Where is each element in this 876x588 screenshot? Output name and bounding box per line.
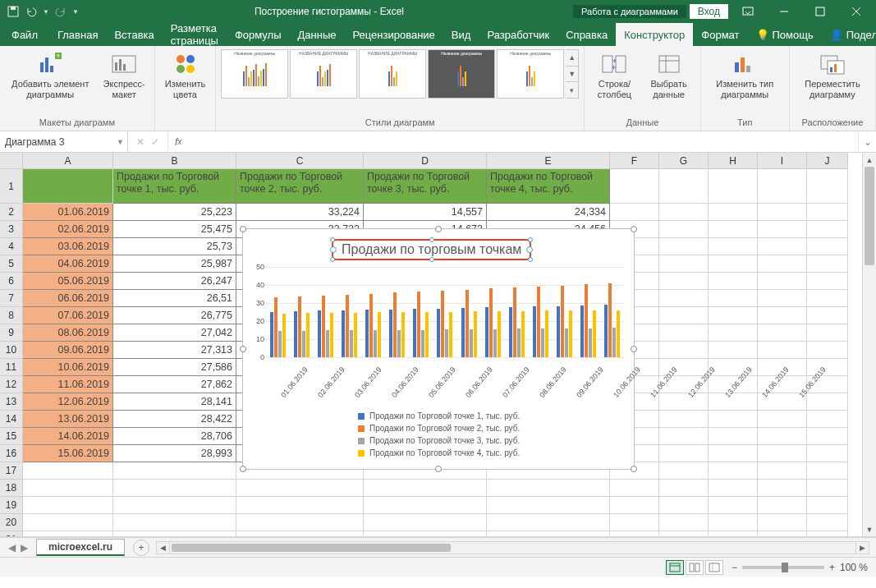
cell[interactable] xyxy=(758,514,807,531)
cell[interactable] xyxy=(807,480,848,497)
row-header[interactable]: 10 xyxy=(0,342,23,359)
cell[interactable] xyxy=(758,307,807,324)
chart-bar[interactable] xyxy=(374,330,377,357)
chart-bar[interactable] xyxy=(557,306,560,357)
add-chart-element-button[interactable]: + Добавить элемент диаграммы xyxy=(5,49,96,101)
cell[interactable] xyxy=(709,221,758,238)
chart-title[interactable]: Продажи по торговым точкам xyxy=(332,239,531,260)
row-header[interactable]: 3 xyxy=(0,221,23,238)
cell[interactable] xyxy=(758,255,807,273)
cancel-formula-icon[interactable]: ✕ xyxy=(136,136,144,148)
cell[interactable] xyxy=(23,480,113,497)
row-header[interactable]: 6 xyxy=(0,273,23,290)
cell[interactable] xyxy=(758,411,807,428)
row-header[interactable]: 7 xyxy=(0,290,23,307)
row-header[interactable]: 9 xyxy=(0,324,23,342)
column-header[interactable]: F xyxy=(610,153,659,169)
chart-bar[interactable] xyxy=(541,328,544,357)
chart-bar[interactable] xyxy=(369,294,373,357)
chart-bar[interactable] xyxy=(513,287,516,357)
chart-resize-handle[interactable] xyxy=(435,466,442,472)
expand-formula-bar-icon[interactable]: ⌄ xyxy=(858,131,876,152)
cell[interactable] xyxy=(758,238,807,255)
chart-bar[interactable] xyxy=(294,311,297,357)
cell[interactable] xyxy=(758,204,807,221)
tab-chart-format[interactable]: Формат xyxy=(693,23,747,46)
chart-bar[interactable] xyxy=(493,329,497,357)
chart-bar[interactable] xyxy=(282,314,286,357)
chart-resize-handle[interactable] xyxy=(435,226,442,232)
cell[interactable]: 25,73 xyxy=(113,238,236,255)
cell[interactable] xyxy=(659,428,709,445)
cell[interactable] xyxy=(758,531,807,537)
cell[interactable] xyxy=(659,169,709,204)
cell[interactable] xyxy=(610,169,659,204)
cell[interactable] xyxy=(807,428,848,445)
sheet-nav-prev-icon[interactable]: ◀ xyxy=(8,542,16,554)
cell[interactable] xyxy=(709,324,758,342)
cell[interactable] xyxy=(610,204,659,221)
chart-bar[interactable] xyxy=(326,330,329,357)
column-header[interactable]: I xyxy=(758,153,807,169)
chart-bar[interactable] xyxy=(537,287,540,357)
cell[interactable] xyxy=(807,342,848,359)
row-header[interactable]: 14 xyxy=(0,411,23,428)
chart-bar[interactable] xyxy=(378,312,381,357)
cell[interactable]: 28,141 xyxy=(113,393,236,411)
chart-bar[interactable] xyxy=(413,309,416,357)
chart-styles-gallery[interactable]: Название диаграммы НАЗВАНИЕ ДИАГРАММЫ НА… xyxy=(221,49,579,99)
chart-bar[interactable] xyxy=(354,313,357,357)
cell[interactable] xyxy=(709,428,758,445)
maximize-icon[interactable] xyxy=(804,0,837,23)
horizontal-scrollbar[interactable]: ◀ ▶ xyxy=(156,541,869,554)
column-header[interactable]: D xyxy=(364,153,487,169)
cell[interactable]: 13.06.2019 xyxy=(23,411,113,428)
cell[interactable]: 01.06.2019 xyxy=(23,204,113,221)
row-header[interactable]: 19 xyxy=(0,497,23,514)
login-button[interactable]: Вход xyxy=(690,4,728,19)
cell[interactable] xyxy=(807,238,848,255)
cell[interactable]: 09.06.2019 xyxy=(23,342,113,359)
chart-resize-handle[interactable] xyxy=(240,226,246,232)
tab-data[interactable]: Данные xyxy=(290,23,345,46)
cell[interactable]: 15.06.2019 xyxy=(23,445,113,462)
minimize-icon[interactable] xyxy=(768,0,800,23)
cell[interactable]: 11.06.2019 xyxy=(23,376,113,393)
chart-bar[interactable] xyxy=(417,292,420,357)
name-box[interactable]: Диаграмма 3▼ xyxy=(0,131,128,152)
cell[interactable] xyxy=(709,445,758,462)
chart-resize-handle[interactable] xyxy=(631,346,637,352)
chart-bar[interactable] xyxy=(489,288,493,357)
zoom-out-button[interactable]: − xyxy=(732,562,737,573)
cell[interactable] xyxy=(758,342,807,359)
cell[interactable] xyxy=(758,324,807,342)
chart-bar[interactable] xyxy=(604,305,608,357)
chart-bar[interactable] xyxy=(545,310,548,357)
cell[interactable] xyxy=(659,204,709,221)
cell[interactable]: Продажи по Торговой точке 4, тыс. руб. xyxy=(487,169,610,204)
chart-bar[interactable] xyxy=(449,312,452,357)
cell[interactable]: 14,557 xyxy=(364,204,487,221)
cell[interactable] xyxy=(659,445,709,462)
column-header[interactable]: G xyxy=(659,153,709,169)
select-data-button[interactable]: Выбрать данные xyxy=(643,49,695,101)
row-header[interactable]: 18 xyxy=(0,480,23,497)
cell[interactable] xyxy=(659,531,709,537)
tab-home[interactable]: Главная xyxy=(49,23,106,46)
chart-bar[interactable] xyxy=(565,328,568,357)
move-chart-button[interactable]: Переместить диаграмму xyxy=(795,49,870,101)
scroll-right-icon[interactable]: ▶ xyxy=(855,542,869,554)
chart-bar[interactable] xyxy=(318,310,321,357)
share-button[interactable]: 👤Поделиться xyxy=(822,23,876,46)
cell[interactable]: 27,313 xyxy=(113,342,236,359)
cell[interactable]: 33,224 xyxy=(236,204,364,221)
cell[interactable]: 25,475 xyxy=(113,221,236,238)
column-header[interactable]: A xyxy=(23,153,113,169)
chart-bar[interactable] xyxy=(278,331,282,357)
cell[interactable]: Продажи по Торговой точке 1, тыс. руб. xyxy=(113,169,236,204)
scrollbar-thumb[interactable] xyxy=(172,544,451,552)
cell[interactable] xyxy=(807,169,848,204)
chart-style-1[interactable]: Название диаграммы xyxy=(221,49,288,99)
chart-bar[interactable] xyxy=(608,283,612,357)
cell[interactable] xyxy=(758,462,807,480)
